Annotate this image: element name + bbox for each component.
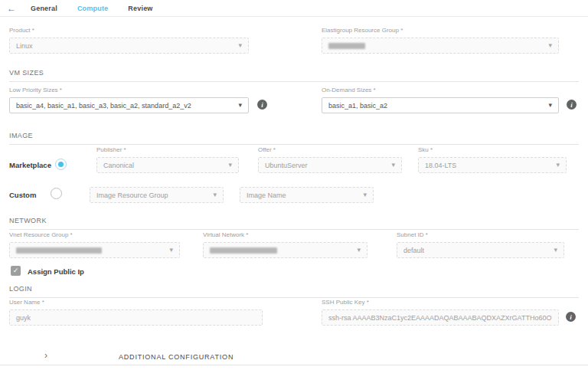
chevron-right-icon[interactable]: › <box>44 351 47 360</box>
marketplace-row-label: Marketplace <box>9 161 51 169</box>
publisher-select[interactable]: Canonical ▾ <box>96 157 239 173</box>
sku-select[interactable]: 18.04-LTS ▾ <box>418 157 567 173</box>
tab-general[interactable]: General <box>31 5 57 12</box>
info-icon[interactable]: i <box>566 312 576 322</box>
subnet-id-label: Subnet ID * <box>397 232 564 238</box>
subnet-id-group: Subnet ID * default ▾ <box>397 232 564 258</box>
back-icon[interactable]: ← <box>7 4 16 13</box>
marketplace-radio[interactable] <box>55 159 67 170</box>
redacted-value <box>16 247 102 254</box>
network-section-title: NETWORK <box>9 217 47 224</box>
dropdown-caret-icon: ▾ <box>551 162 560 169</box>
info-icon[interactable]: i <box>567 100 577 110</box>
subnet-id-value: default <box>403 247 424 254</box>
section-vm-sizes: VM SIZES <box>9 69 579 82</box>
vnet-resource-group-label: Vnet Resource Group * <box>9 232 180 238</box>
image-name-placeholder: Image Name <box>247 192 286 199</box>
info-glyph: i <box>570 313 572 321</box>
offer-select[interactable]: UbuntuServer ▾ <box>258 157 402 173</box>
vnet-resource-group-group: Vnet Resource Group * ▾ <box>9 232 180 258</box>
publisher-value: Canonical <box>103 162 134 169</box>
section-network: NETWORK <box>9 217 579 230</box>
product-label: Product * <box>9 28 249 34</box>
low-priority-sizes-value: basic_a4, basic_a1, basic_a3, basic_a2, … <box>16 102 191 110</box>
dropdown-caret-icon: ▾ <box>549 247 557 254</box>
dropdown-caret-icon: ▾ <box>544 102 552 109</box>
image-resource-group-placeholder: Image Resource Group <box>96 192 168 199</box>
info-glyph: i <box>261 101 263 109</box>
ssh-public-key-value: ssh-rsa AAAAB3NzaC1yc2EAAAADAQABAAABAQDX… <box>328 314 552 322</box>
checkmark-icon: ✓ <box>13 267 19 274</box>
vnet-resource-group-select[interactable]: ▾ <box>9 242 180 258</box>
elastigroup-resource-group-label: Elastigroup Resource Group * <box>322 28 559 34</box>
elastigroup-resource-group-group: Elastigroup Resource Group * ▾ <box>322 28 559 54</box>
publisher-label: Publisher * <box>96 147 239 153</box>
dropdown-caret-icon: ▾ <box>544 42 552 49</box>
offer-group: Offer * UbuntuServer ▾ <box>258 147 402 173</box>
sku-label: Sku * <box>418 147 567 153</box>
tab-compute[interactable]: Compute <box>77 5 108 12</box>
ssh-public-key-label: SSH Public Key * <box>322 300 559 306</box>
redacted-value <box>210 247 277 254</box>
custom-radio[interactable] <box>51 188 62 199</box>
user-name-group: User Name * guyk <box>9 300 263 326</box>
publisher-group: Publisher * Canonical ▾ <box>96 147 239 173</box>
virtual-network-select[interactable]: ▾ <box>203 242 368 258</box>
on-demand-sizes-value: basic_a1, basic_a2 <box>328 102 387 110</box>
user-name-label: User Name * <box>9 300 263 306</box>
additional-configuration-toggle[interactable]: ADDITIONAL CONFIGURATION <box>119 353 234 361</box>
wizard-tabs-bar: ← General Compute Review <box>0 0 588 17</box>
product-select[interactable]: Linux ▾ <box>9 38 249 54</box>
assign-public-ip-checkbox[interactable]: ✓ <box>11 266 21 276</box>
low-priority-sizes-label: Low Priority Sizes * <box>9 87 249 93</box>
ssh-public-key-group: SSH Public Key * ssh-rsa AAAAB3NzaC1yc2E… <box>322 300 559 326</box>
dropdown-caret-icon: ▾ <box>208 192 217 198</box>
dropdown-caret-icon: ▾ <box>234 102 242 109</box>
low-priority-sizes-select[interactable]: basic_a4, basic_a1, basic_a3, basic_a2, … <box>9 97 249 113</box>
assign-public-ip-label: Assign Public Ip <box>28 267 84 276</box>
dropdown-caret-icon: ▾ <box>358 192 367 198</box>
on-demand-sizes-label: On-Demand Sizes * <box>322 87 559 93</box>
login-section-title: LOGIN <box>9 285 32 293</box>
compute-form-page: ← General Compute Review Product * Linux… <box>0 0 588 370</box>
dropdown-caret-icon: ▾ <box>224 162 232 169</box>
elastigroup-resource-group-select[interactable]: ▾ <box>322 38 559 54</box>
subnet-id-select[interactable]: default ▾ <box>397 242 564 258</box>
dropdown-caret-icon: ▾ <box>352 247 361 254</box>
section-login: LOGIN <box>9 285 579 298</box>
bottom-divider <box>0 365 588 365</box>
product-group: Product * Linux ▾ <box>9 28 249 54</box>
sku-group: Sku * 18.04-LTS ▾ <box>418 147 567 173</box>
virtual-network-group: Virtual Network * ▾ <box>203 232 368 258</box>
image-name-select[interactable]: Image Name ▾ <box>240 187 374 203</box>
section-image: IMAGE <box>9 132 579 145</box>
user-name-value: guyk <box>16 314 31 322</box>
info-icon[interactable]: i <box>257 100 267 110</box>
info-glyph: i <box>570 101 573 109</box>
dropdown-caret-icon: ▾ <box>234 42 242 49</box>
image-resource-group-group: Image Resource Group ▾ <box>90 187 224 203</box>
sku-value: 18.04-LTS <box>425 162 456 169</box>
image-name-group: Image Name ▾ <box>240 187 374 203</box>
on-demand-sizes-group: On-Demand Sizes * basic_a1, basic_a2 ▾ <box>322 87 559 113</box>
dropdown-caret-icon: ▾ <box>165 247 173 254</box>
image-section-title: IMAGE <box>9 132 33 139</box>
ssh-public-key-input[interactable]: ssh-rsa AAAAB3NzaC1yc2EAAAADAQABAAABAQDX… <box>322 309 559 326</box>
offer-label: Offer * <box>258 147 402 153</box>
tab-review[interactable]: Review <box>128 5 152 12</box>
offer-value: UbuntuServer <box>265 162 308 169</box>
redacted-value <box>328 43 365 49</box>
dropdown-caret-icon: ▾ <box>387 162 395 169</box>
wizard-tabs: General Compute Review <box>16 5 153 12</box>
low-priority-sizes-group: Low Priority Sizes * basic_a4, basic_a1,… <box>9 87 249 113</box>
image-resource-group-select[interactable]: Image Resource Group ▾ <box>90 187 224 203</box>
user-name-input[interactable]: guyk <box>9 309 263 326</box>
product-value: Linux <box>16 42 33 50</box>
custom-row-label: Custom <box>9 191 36 199</box>
virtual-network-label: Virtual Network * <box>203 232 368 238</box>
on-demand-sizes-select[interactable]: basic_a1, basic_a2 ▾ <box>322 97 559 113</box>
vm-sizes-section-title: VM SIZES <box>9 69 44 77</box>
